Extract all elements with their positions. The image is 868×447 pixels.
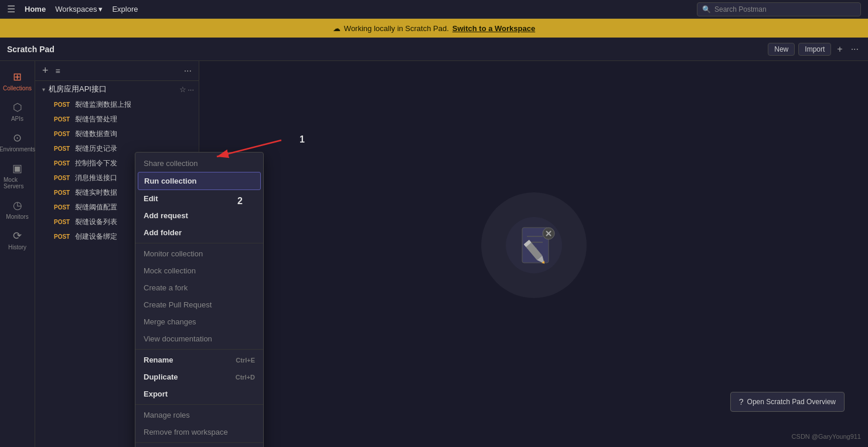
monitors-icon: ◷ (13, 199, 22, 212)
nav-home[interactable]: Home (25, 5, 46, 13)
panel-more-button[interactable]: ··· (182, 66, 194, 76)
workspace-title: Scratch Pad (7, 45, 55, 54)
request-name: 控制指令下发 (75, 158, 117, 168)
menu-edit[interactable]: Edit (135, 190, 263, 207)
request-name: 消息推送接口 (75, 173, 117, 183)
method-badge: POST (54, 101, 72, 108)
request-row[interactable]: POST 裂缝监测数据上报 (35, 97, 199, 112)
method-badge: POST (54, 145, 72, 152)
search-placeholder: Search Postman (714, 5, 767, 13)
add-tab-button[interactable]: + (835, 44, 845, 55)
menu-manage-roles[interactable]: Manage roles (135, 407, 263, 424)
collection-header[interactable]: ▾ 机房应用API接口 ☆ ··· (35, 81, 199, 97)
context-menu: Share collection Run collection Edit Add… (135, 152, 264, 447)
menu-create-pull-request[interactable]: Create Pull Request (135, 296, 263, 313)
import-button[interactable]: Import (798, 43, 831, 56)
sidebar-item-history[interactable]: ⟳ History (0, 225, 35, 255)
sidebar-item-label: Mock Servers (4, 177, 31, 189)
nav-explore[interactable]: Explore (112, 5, 138, 13)
request-name: 创建设备绑定 (75, 232, 117, 242)
request-name: 裂缝数据查询 (75, 129, 117, 139)
apis-icon: ⬡ (13, 101, 22, 114)
method-badge: POST (54, 175, 72, 181)
sidebar-item-monitors[interactable]: ◷ Monitors (0, 194, 35, 225)
request-name: 裂缝告警处理 (75, 114, 117, 124)
switch-workspace-link[interactable]: Switch to a Workspace (452, 24, 535, 33)
request-name: 裂缝监测数据上报 (75, 100, 131, 110)
pencil-paper-icon (505, 216, 563, 275)
menu-create-fork[interactable]: Create a fork (135, 279, 263, 296)
panel-toolbar: + ≡ ··· (35, 61, 199, 81)
sidebar-item-label: Monitors (6, 214, 28, 220)
history-icon: ⟳ (13, 229, 22, 242)
menu-add-request[interactable]: Add request (135, 207, 263, 224)
method-badge: POST (54, 233, 72, 240)
workspace-header: Scratch Pad New Import + ··· (0, 38, 868, 61)
banner-text: Working locally in Scratch Pad. (344, 24, 449, 33)
main-content: ? Open Scratch Pad Overview CSDN @GaryYo… (199, 61, 868, 447)
method-badge: POST (54, 219, 72, 225)
sidebar-item-label: Collections (3, 85, 32, 92)
menu-run-collection[interactable]: Run collection (138, 172, 261, 190)
star-icon[interactable]: ☆ (179, 85, 186, 94)
sidebar-item-label: History (8, 244, 26, 250)
menu-delete[interactable]: Delete Del (135, 445, 263, 447)
method-badge: POST (54, 116, 72, 123)
collection-name: 机房应用API接口 (49, 84, 177, 94)
request-name: 裂缝阈值配置 (75, 202, 117, 212)
menu-divider (135, 349, 263, 350)
cloud-icon: ☁ (333, 24, 341, 33)
new-button[interactable]: New (768, 43, 795, 56)
request-name: 裂缝设备列表 (75, 217, 117, 227)
question-icon: ? (739, 397, 744, 407)
request-row[interactable]: POST 裂缝数据查询 (35, 127, 199, 141)
more-options-button[interactable]: ··· (849, 44, 861, 55)
open-scratch-pad-button[interactable]: ? Open Scratch Pad Overview (730, 392, 845, 412)
collections-icon: ⊞ (13, 70, 22, 83)
menu-divider (135, 243, 263, 243)
menu-divider (135, 404, 263, 405)
chevron-down-icon: ▾ (98, 5, 103, 13)
filter-button[interactable]: ≡ (53, 66, 63, 76)
nav-workspaces[interactable]: Workspaces ▾ (55, 5, 103, 13)
menu-add-folder[interactable]: Add folder (135, 224, 263, 241)
menu-monitor-collection[interactable]: Monitor collection (135, 245, 263, 262)
sidebar-item-environments[interactable]: ⊙ Environments (0, 127, 35, 157)
request-row[interactable]: POST 裂缝告警处理 (35, 112, 199, 127)
chevron-icon: ▾ (42, 86, 45, 93)
search-icon: 🔍 (702, 5, 711, 13)
sidebar-item-apis[interactable]: ⬡ APIs (0, 96, 35, 127)
hamburger-icon[interactable]: ☰ (7, 4, 15, 15)
menu-view-documentation[interactable]: View documentation (135, 330, 263, 347)
workspace-actions: New Import + ··· (768, 43, 861, 56)
sidebar-icons: ⊞ Collections ⬡ APIs ⊙ Environments ▣ Mo… (0, 61, 35, 447)
ellipsis-icon[interactable]: ··· (188, 85, 194, 94)
menu-divider (135, 442, 263, 443)
menu-export[interactable]: Export (135, 385, 263, 402)
mock-servers-icon: ▣ (12, 162, 22, 175)
method-badge: POST (54, 204, 72, 211)
collection-action-icons: ☆ ··· (179, 85, 194, 94)
add-collection-button[interactable]: + (40, 65, 51, 77)
request-name: 裂缝实时数据 (75, 188, 117, 198)
menu-duplicate[interactable]: Duplicate Ctrl+D (135, 368, 263, 385)
menu-share-collection[interactable]: Share collection (135, 155, 263, 172)
menu-mock-collection[interactable]: Mock collection (135, 262, 263, 279)
request-name: 裂缝历史记录 (75, 144, 117, 154)
menu-merge-changes[interactable]: Merge changes (135, 313, 263, 330)
menu-rename[interactable]: Rename Ctrl+E (135, 351, 263, 368)
sidebar-item-label: APIs (11, 116, 23, 122)
method-badge: POST (54, 160, 72, 167)
search-bar[interactable]: 🔍 Search Postman (697, 2, 861, 16)
sidebar-item-mock-servers[interactable]: ▣ Mock Servers (0, 157, 35, 194)
scratch-pad-illustration (481, 192, 587, 298)
environments-icon: ⊙ (13, 131, 22, 144)
sidebar-item-collections[interactable]: ⊞ Collections (0, 66, 35, 96)
top-nav: ☰ Home Workspaces ▾ Explore 🔍 Search Pos… (0, 0, 868, 19)
method-badge: POST (54, 189, 72, 196)
open-scratch-pad-label: Open Scratch Pad Overview (747, 398, 836, 406)
method-badge: POST (54, 131, 72, 137)
watermark: CSDN @GaryYoung911 (792, 433, 861, 440)
menu-remove-from-workspace[interactable]: Remove from workspace (135, 424, 263, 441)
main-layout: ⊞ Collections ⬡ APIs ⊙ Environments ▣ Mo… (0, 61, 868, 447)
